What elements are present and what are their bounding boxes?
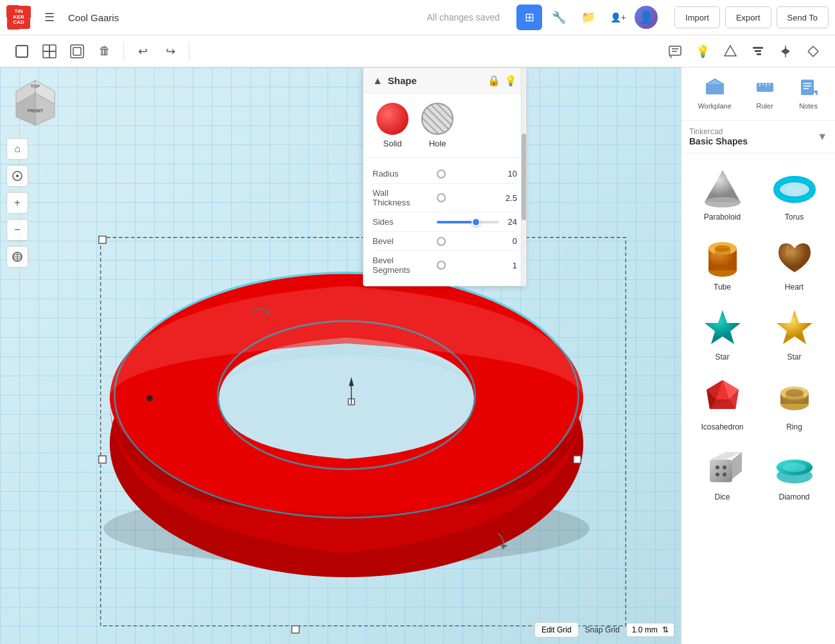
sides-slider[interactable] [437,221,499,223]
shape-params: Radius 10 WallThickness 2.5 Sides [364,158,526,286]
svg-marker-76 [777,310,813,344]
shape-panel-collapse-button[interactable]: ▲ [373,75,383,87]
solid-button[interactable]: Solid [376,103,409,148]
shape-panel: ▲ Shape 🔒 💡 Solid Hole Radius [363,67,527,286]
wall-thickness-control[interactable] [437,193,499,202]
svg-marker-75 [705,310,741,344]
svg-rect-90 [710,460,732,482]
notes-tool[interactable]: Notes [792,74,825,114]
sendto-button[interactable]: Send To [777,6,829,28]
hole-button[interactable]: Hole [421,103,453,148]
shape-item-tube[interactable]: Tube [688,230,757,297]
star-yellow-label: Star [787,352,801,361]
shape-item-icosahedron[interactable]: Icosahedron [688,370,757,437]
svg-rect-58 [801,80,814,95]
bevel-radio[interactable] [437,237,446,246]
svg-rect-40 [99,456,106,463]
scrollbar-thumb[interactable] [522,134,526,221]
radius-control[interactable] [437,170,499,178]
radius-value: 10 [499,169,517,178]
project-name: Cool Gaaris [68,12,119,23]
light-icon[interactable]: 💡 [504,74,517,87]
wall-thickness-radio[interactable] [437,193,446,202]
mirror-button[interactable] [773,39,798,64]
notes-icon [798,78,819,100]
new-shape-button[interactable] [10,39,34,64]
svg-point-96 [723,473,726,476]
svg-rect-2 [49,45,56,51]
snap-grid-label: Snap Grid [585,625,620,634]
snap-value-text: 1.0 mm [632,625,658,634]
notes-label: Notes [799,102,818,110]
shape-item-ring[interactable]: Ring [760,370,829,437]
import-button[interactable]: Import [674,6,720,28]
shape-item-star-teal[interactable]: Star [688,300,757,367]
right-sidebar: Workplane Ruler [681,67,835,644]
shape-item-star-yellow[interactable]: Star [760,300,829,367]
edit-grid-button[interactable]: Edit Grid [534,622,579,638]
light-button[interactable]: 💡 [690,39,715,64]
ruler-icon [755,78,775,100]
lock-icon[interactable]: 🔒 [488,74,500,87]
avatar[interactable]: 👤 [635,6,658,29]
shape-item-torus[interactable]: Torus [760,160,829,227]
export-button[interactable]: Export [725,6,771,28]
sides-control[interactable] [437,221,499,223]
shape-item-diamond[interactable]: Diamond [760,440,829,507]
radius-label: Radius [373,169,437,178]
annotation-button[interactable] [663,39,687,64]
topbar: TINKERCAD ☰ Cool Gaaris All changes save… [0,0,835,35]
align-button[interactable] [746,39,770,64]
shape-item-heart[interactable]: Heart [760,230,829,297]
app-logo[interactable]: TINKERCAD [6,5,31,30]
sides-slider-thumb[interactable] [471,218,480,227]
svg-rect-41 [574,456,581,463]
hamburger-menu[interactable]: ☰ [37,5,62,30]
workplane-tool[interactable]: Workplane [691,74,737,114]
svg-point-94 [723,466,726,469]
build-tool-button[interactable]: 🔧 [546,4,572,30]
grid-view-button[interactable]: ⊞ [516,4,542,30]
svg-point-95 [716,473,719,476]
svg-point-93 [716,466,719,469]
bevel-control[interactable] [437,237,499,246]
star-yellow-preview [769,305,820,350]
radius-radio[interactable] [437,170,446,178]
toolbar: 🗑 ↩ ↪ 💡 [0,35,835,67]
svg-point-48 [146,395,152,401]
shape-item-paraboloid[interactable]: Paraboloid [688,160,757,227]
torus-shape[interactable] [0,67,681,644]
undo-button[interactable]: ↩ [130,39,155,64]
folder-button[interactable]: 📁 [576,4,601,30]
tube-preview [697,235,748,280]
heart-label: Heart [785,283,804,292]
svg-rect-6 [73,48,81,55]
shape-item-dice[interactable]: Dice [688,440,757,507]
ruler-tool[interactable]: Ruler [748,74,782,114]
shape-outline-button[interactable] [718,39,743,64]
symmetry-button[interactable] [801,39,825,64]
snap-arrows-icon[interactable]: ⇅ [662,625,669,634]
svg-marker-17 [786,48,790,55]
ring-label: Ring [786,422,802,431]
delete-button[interactable]: 🗑 [92,39,117,64]
viewport[interactable]: TOP FRONT ⌂ + − [0,67,681,644]
workplane-label: Workplane [698,102,731,110]
bevel-value: 0 [499,236,517,246]
svg-rect-89 [786,393,804,404]
dice-label: Dice [714,492,730,501]
ungroup-button[interactable] [65,39,89,64]
heart-preview [769,235,820,280]
snap-grid-value[interactable]: 1.0 mm ⇅ [626,623,674,637]
svg-marker-92 [732,452,742,479]
svg-point-69 [786,184,804,195]
shape-library-provider: Tinkercad [689,127,813,136]
shape-library-name: Basic Shapes [689,136,813,146]
panel-scrollbar[interactable] [521,68,526,286]
add-user-button[interactable]: 👤+ [605,4,631,30]
redo-button[interactable]: ↪ [158,39,182,64]
group-button[interactable] [37,39,62,64]
bevel-segments-control[interactable] [437,261,499,270]
shape-library-chevron-icon[interactable]: ▼ [817,131,827,143]
bevel-segments-radio[interactable] [437,261,446,270]
